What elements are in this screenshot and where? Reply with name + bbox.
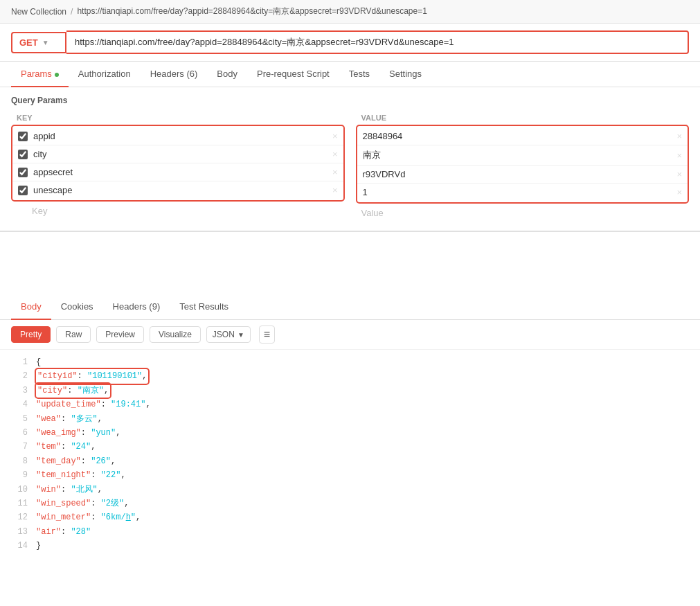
line-number: 6	[11, 426, 28, 440]
format-selector[interactable]: JSON ▼	[206, 326, 251, 343]
line-content: "update_time": "19:41",	[36, 398, 151, 411]
val-city: 南京	[363, 149, 381, 161]
tab-settings[interactable]: Settings	[379, 62, 431, 87]
json-line-7: 7 "tem": "24",	[11, 440, 689, 454]
url-input[interactable]: https://tianqiapi.com/free/day?appid=288…	[66, 30, 689, 54]
method-selector[interactable]: GET ▼	[11, 32, 66, 53]
line-number: 14	[11, 539, 28, 553]
json-line-9: 9 "tem_night": "22",	[11, 468, 689, 482]
line-content: "tem_day": "26",	[36, 454, 116, 468]
spacer	[0, 232, 700, 287]
checkbox-unescape[interactable]	[18, 186, 28, 195]
wrap-icon: ≡	[264, 328, 270, 340]
json-line-1: 1{	[11, 355, 689, 369]
key-placeholder[interactable]: Key	[32, 206, 47, 216]
key-appid: appid	[33, 131, 55, 141]
key-col-header: KEY	[11, 111, 345, 125]
view-pretty[interactable]: Pretty	[11, 326, 51, 343]
line-content: "wea": "多云",	[36, 412, 102, 426]
key-city: city	[33, 149, 47, 159]
key-row-1: appid ×	[12, 127, 343, 145]
breadcrumb-separator: /	[71, 7, 73, 17]
line-number: 12	[11, 510, 28, 524]
line-number: 11	[11, 497, 28, 510]
key-placeholder-row: Key	[11, 202, 345, 220]
query-params-title: Query Params	[11, 96, 689, 105]
format-label: JSON	[213, 330, 235, 339]
json-line-6: 6 "wea_img": "yun",	[11, 426, 689, 440]
breadcrumb-collection[interactable]: New Collection	[11, 7, 66, 17]
line-content: "win_meter": "6km/h",	[36, 510, 141, 524]
line-number: 7	[11, 440, 28, 454]
line-content: "cityid": "101190101",	[36, 369, 148, 383]
val-row-4: 1 ×	[357, 184, 688, 201]
format-chevron-icon: ▼	[237, 331, 244, 339]
params-section: Query Params KEY appid × city ×	[0, 87, 700, 232]
val-appsecret: r93VDRVd	[363, 169, 406, 179]
json-line-10: 10 "win": "北风",	[11, 483, 689, 497]
checkbox-appid[interactable]	[18, 132, 28, 141]
response-section: Body Cookies Headers (9) Test Results Pr…	[0, 294, 700, 558]
view-visualize[interactable]: Visualize	[150, 326, 201, 343]
json-line-4: 4 "update_time": "19:41",	[11, 398, 689, 411]
tab-pre-request[interactable]: Pre-request Script	[247, 62, 339, 87]
response-tab-cookies[interactable]: Cookies	[51, 294, 103, 320]
tab-headers[interactable]: Headers (6)	[141, 62, 208, 87]
method-label: GET	[19, 37, 38, 48]
key-unescape: unescape	[33, 185, 72, 195]
tab-tests[interactable]: Tests	[339, 62, 379, 87]
val-placeholder[interactable]: Value	[361, 208, 384, 218]
val-placeholder-row: Value	[356, 204, 690, 222]
delete-appid[interactable]: ×	[332, 131, 338, 141]
breadcrumb: New Collection / https://tianqiapi.com/f…	[0, 0, 700, 24]
delete-val-4[interactable]: ×	[676, 187, 682, 197]
line-number: 5	[11, 412, 28, 426]
tab-params[interactable]: Params	[11, 62, 69, 87]
view-controls: Pretty Raw Preview Visualize JSON ▼ ≡	[0, 320, 700, 350]
view-preview[interactable]: Preview	[96, 326, 144, 343]
checkbox-appsecret[interactable]	[18, 168, 28, 177]
line-content: "win_speed": "2级",	[36, 497, 129, 510]
response-tabs: Body Cookies Headers (9) Test Results	[0, 294, 700, 320]
delete-city[interactable]: ×	[332, 149, 338, 159]
key-row-4: unescape ×	[12, 181, 343, 199]
line-content: "air": "28"	[36, 525, 91, 539]
chevron-down-icon: ▼	[42, 39, 49, 46]
line-content: "tem_night": "22",	[36, 468, 126, 482]
view-raw[interactable]: Raw	[56, 326, 91, 343]
line-content: "win": "北风",	[36, 483, 102, 497]
response-tab-headers[interactable]: Headers (9)	[103, 294, 170, 320]
response-tab-test-results[interactable]: Test Results	[170, 294, 238, 320]
val-row-1: 28848964 ×	[357, 127, 688, 145]
val-row-3: r93VDRVd ×	[357, 166, 688, 184]
val-unescape: 1	[363, 187, 368, 197]
key-row-2: city ×	[12, 145, 343, 163]
line-number: 9	[11, 468, 28, 482]
delete-unescape[interactable]: ×	[332, 185, 338, 195]
wrap-button[interactable]: ≡	[259, 326, 275, 344]
json-line-12: 12 "win_meter": "6km/h",	[11, 510, 689, 524]
delete-val-2[interactable]: ×	[676, 150, 682, 161]
line-content: "city": "南京",	[36, 384, 110, 398]
line-number: 4	[11, 398, 28, 411]
line-number: 13	[11, 525, 28, 539]
json-line-14: 14}	[11, 539, 689, 553]
line-number: 3	[11, 384, 28, 398]
response-tab-body[interactable]: Body	[11, 294, 51, 320]
json-content: 1{2 "cityid": "101190101",3 "city": "南京"…	[0, 350, 700, 558]
json-line-3: 3 "city": "南京",	[11, 384, 689, 398]
tab-authorization[interactable]: Authorization	[69, 62, 141, 87]
val-row-2: 南京 ×	[357, 145, 688, 166]
delete-appsecret[interactable]: ×	[332, 167, 338, 177]
delete-val-1[interactable]: ×	[676, 131, 682, 141]
json-line-11: 11 "win_speed": "2级",	[11, 497, 689, 510]
val-appid: 28848964	[363, 131, 403, 141]
line-number: 8	[11, 454, 28, 468]
value-column-group: 28848964 × 南京 × r93VDRVd × 1 ×	[356, 125, 690, 204]
delete-val-3[interactable]: ×	[676, 169, 682, 179]
json-line-2: 2 "cityid": "101190101",	[11, 369, 689, 383]
line-content: }	[36, 539, 41, 553]
checkbox-city[interactable]	[18, 150, 28, 159]
tab-body[interactable]: Body	[207, 62, 247, 87]
params-dot	[55, 73, 59, 77]
